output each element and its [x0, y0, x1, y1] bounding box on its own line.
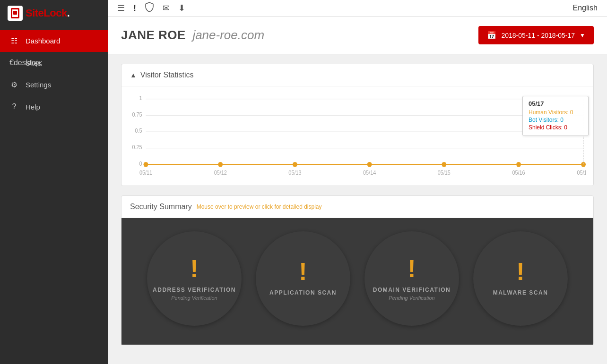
- svg-point-14: [367, 162, 372, 167]
- svg-point-16: [516, 162, 521, 167]
- security-item-malware-scan[interactable]: ! MALWARE SCAN: [473, 231, 568, 326]
- dashboard-icon: ☷: [9, 36, 19, 45]
- sidebar-nav: ☷ Dashboard €desktop; Sites ⚙ Settings ?…: [0, 26, 108, 364]
- date-range-button[interactable]: 📅 2018-05-11 - 2018-05-17 ▼: [478, 26, 594, 44]
- topbar-icons: ☰ ! ✉ ⬇: [117, 2, 564, 15]
- svg-text:05/11: 05/11: [139, 170, 152, 176]
- sidebar: SiteLock. ☷ Dashboard €desktop; Sites ⚙ …: [0, 0, 108, 364]
- chart-tooltip: 05/17 Human Visitors: 0 Bot Visitors: 0 …: [522, 96, 589, 136]
- chart-svg: 1 0.75 0.5 0.25 0: [129, 94, 586, 181]
- visitor-stats-title: Visitor Statistics: [140, 71, 194, 79]
- sitelock-logo-icon: [8, 6, 23, 21]
- svg-text:05/12: 05/12: [214, 170, 227, 176]
- sidebar-logo: SiteLock.: [0, 0, 108, 26]
- exclamation-icon-address: !: [190, 256, 198, 281]
- domain-verification-sublabel: Pending Verification: [389, 295, 434, 301]
- download-icon[interactable]: ⬇: [178, 3, 185, 13]
- sidebar-item-label-settings: Settings: [26, 81, 51, 89]
- malware-scan-label: MALWARE SCAN: [493, 289, 548, 296]
- address-verification-label: ADDRESS VERIFICATION: [153, 287, 236, 293]
- sidebar-item-label-dashboard: Dashboard: [26, 37, 60, 45]
- svg-point-13: [293, 162, 297, 167]
- date-range-label: 2018-05-11 - 2018-05-17: [501, 32, 575, 39]
- logo-site: Site: [26, 7, 43, 19]
- alert-icon[interactable]: !: [133, 3, 136, 13]
- collapse-icon[interactable]: ▲: [130, 71, 137, 79]
- exclamation-icon-application: !: [299, 259, 307, 284]
- svg-text:0.5: 0.5: [135, 128, 142, 134]
- sidebar-item-help[interactable]: ? Help: [0, 96, 108, 118]
- sitelock-logo-text: SiteLock.: [26, 7, 69, 19]
- sidebar-item-sites[interactable]: €desktop; Sites: [0, 52, 108, 74]
- tooltip-human: Human Visitors: 0: [529, 109, 582, 116]
- chevron-down-icon: ▼: [580, 32, 585, 39]
- security-item-address-verification[interactable]: ! ADDRESS VERIFICATION Pending Verificat…: [147, 231, 242, 326]
- svg-text:1: 1: [139, 95, 142, 102]
- security-summary-hint: Mouse over to preview or click for detai…: [197, 203, 322, 210]
- settings-icon: ⚙: [9, 80, 19, 89]
- exclamation-icon-domain: !: [408, 256, 416, 281]
- content-area: ▲ Visitor Statistics 1 0.75 0.5 0.25 0: [108, 54, 607, 364]
- svg-text:0.75: 0.75: [132, 111, 142, 118]
- svg-text:0: 0: [139, 161, 142, 167]
- security-item-domain-verification[interactable]: ! DOMAIN VERIFICATION Pending Verificati…: [364, 231, 459, 326]
- help-icon: ?: [9, 102, 19, 111]
- user-name: JANE ROE: [121, 28, 186, 42]
- page-header: JANE ROE jane-roe.com 📅 2018-05-11 - 201…: [108, 17, 607, 54]
- sidebar-item-settings[interactable]: ⚙ Settings: [0, 74, 108, 96]
- svg-text:05/15: 05/15: [438, 170, 451, 176]
- main-content: ☰ ! ✉ ⬇ English JANE ROE jane-roe.com 📅 …: [108, 0, 607, 364]
- sidebar-item-label-help: Help: [26, 103, 40, 111]
- security-summary-title: Security Summary: [130, 203, 192, 211]
- svg-text:0.25: 0.25: [132, 144, 142, 150]
- exclamation-icon-malware: !: [516, 259, 524, 284]
- sites-icon: €desktop;: [9, 59, 19, 67]
- security-summary-card: Security Summary Mouse over to preview o…: [121, 195, 594, 345]
- svg-point-15: [442, 162, 446, 167]
- menu-icon[interactable]: ☰: [117, 3, 125, 13]
- svg-point-12: [218, 162, 223, 167]
- tooltip-date: 05/17: [529, 100, 582, 107]
- address-verification-sublabel: Pending Verification: [171, 295, 217, 301]
- visitor-stats-header: ▲ Visitor Statistics: [121, 64, 593, 86]
- mail-icon[interactable]: ✉: [163, 3, 170, 13]
- calendar-icon: 📅: [487, 31, 496, 40]
- tooltip-bot: Bot Visitors: 0: [529, 117, 582, 123]
- svg-text:05/13: 05/13: [288, 170, 301, 176]
- shield-icon[interactable]: [145, 2, 154, 15]
- domain-verification-label: DOMAIN VERIFICATION: [373, 287, 451, 293]
- application-scan-label: APPLICATION SCAN: [269, 289, 337, 296]
- user-domain: jane-roe.com: [192, 28, 264, 42]
- tooltip-shield: Shield Clicks: 0: [529, 124, 582, 131]
- svg-text:05/17: 05/17: [577, 170, 586, 176]
- sidebar-item-dashboard[interactable]: ☷ Dashboard: [0, 30, 108, 52]
- svg-text:05/14: 05/14: [363, 170, 376, 176]
- security-summary-header: Security Summary Mouse over to preview o…: [121, 196, 593, 218]
- logo-lock: Lock: [43, 7, 67, 19]
- svg-text:05/16: 05/16: [512, 170, 525, 176]
- security-item-application-scan[interactable]: ! APPLICATION SCAN: [256, 231, 350, 326]
- language-selector[interactable]: English: [573, 4, 598, 12]
- sidebar-item-label-sites: Sites: [26, 59, 41, 67]
- page-title: JANE ROE jane-roe.com: [121, 28, 264, 42]
- topbar: ☰ ! ✉ ⬇ English: [108, 0, 607, 17]
- svg-point-11: [144, 162, 148, 167]
- svg-point-17: [581, 162, 586, 167]
- visitor-statistics-card: ▲ Visitor Statistics 1 0.75 0.5 0.25 0: [121, 64, 594, 186]
- visitor-stats-chart: 1 0.75 0.5 0.25 0: [121, 86, 593, 186]
- security-circles: ! ADDRESS VERIFICATION Pending Verificat…: [121, 218, 593, 345]
